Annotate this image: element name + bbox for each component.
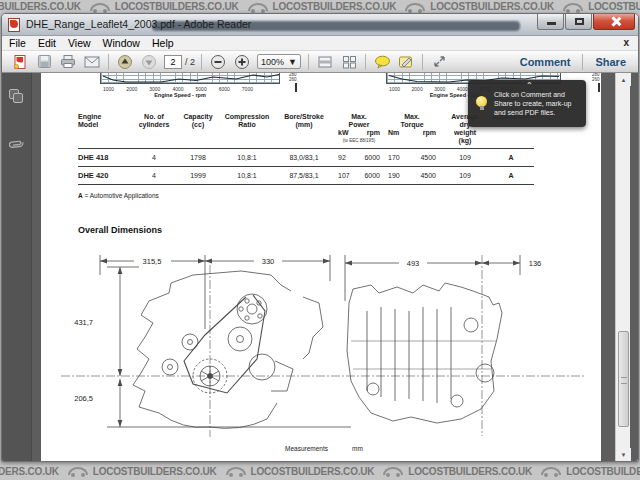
- locostbuilders-logo: [563, 3, 583, 11]
- menu-view[interactable]: View: [62, 37, 97, 49]
- scroll-up-button[interactable]: ▲: [616, 73, 631, 86]
- close-button[interactable]: [593, 14, 635, 30]
- dim-front-left: 315,5: [143, 257, 162, 266]
- pdf-page[interactable]: 1000200030004000500060007000 Engine Spee…: [41, 73, 601, 461]
- email-button[interactable]: [81, 53, 103, 71]
- rotated-axis-label: [598, 83, 600, 92]
- col-header-engine-model: EngineModel: [78, 113, 132, 145]
- title-bar[interactable]: DHE_Range_Leaflet4_2003.pdf - Adobe Read…: [2, 14, 638, 36]
- locostbuilders-logo: [90, 3, 110, 11]
- locostbuilders-logo: [68, 467, 88, 475]
- watermark-text: LOCOSTBUILDERS.CO.UK: [93, 466, 217, 477]
- toolbar-separator: [108, 54, 109, 70]
- comment-bubble-icon: [374, 55, 391, 69]
- page-thumbnails-button[interactable]: [9, 89, 25, 105]
- menu-help[interactable]: Help: [146, 37, 180, 49]
- table-header-row: EngineModel No. ofcylinders Capacity(cc)…: [78, 113, 534, 145]
- toolbar-separator: [422, 54, 423, 70]
- chart-right-y-labels: 280260: [592, 73, 600, 92]
- watermark-text: LOCOSTBUILDERS.CO.UK: [408, 466, 532, 477]
- watermark-unit: LOCOSTBUILDERS.CO.UK: [68, 466, 217, 477]
- minimize-icon: [547, 22, 556, 25]
- lightbulb-icon: [476, 96, 487, 107]
- page-view-button[interactable]: [338, 53, 360, 71]
- rotated-axis-label: [295, 83, 297, 92]
- multi-page-icon: [342, 55, 357, 69]
- open-icon: [12, 54, 28, 70]
- chart-left-y-labels: 280260: [289, 73, 297, 92]
- zoom-out-button[interactable]: [207, 53, 229, 71]
- caption-buttons: [536, 14, 635, 30]
- page-down-icon: [141, 54, 157, 70]
- measurements-label: Measurements: [285, 445, 328, 452]
- save-button[interactable]: [33, 53, 55, 71]
- fullscreen-button[interactable]: [428, 53, 450, 71]
- comment-bubble-button[interactable]: [371, 53, 393, 71]
- watermark-unit: LOCOSTBUILDERS.CO.UK: [563, 1, 640, 12]
- zoom-level-dropdown[interactable]: 100% ▼: [257, 54, 301, 69]
- chevron-down-icon: ▼: [288, 57, 297, 67]
- watermark-unit: LOCOSTBUILDERS.CO.UK: [541, 466, 640, 477]
- watermark-text: LOCOSTBUILDERS.CO.UK: [251, 466, 375, 477]
- vertical-scrollbar[interactable]: ▲ ▼: [615, 73, 630, 461]
- previous-page-button[interactable]: [114, 53, 136, 71]
- zoom-level-value: 100%: [261, 57, 284, 67]
- zoom-in-icon: [234, 54, 250, 70]
- toolbar-separator: [308, 54, 309, 70]
- share-panel-button[interactable]: Share: [583, 56, 638, 68]
- scrolling-mode-button[interactable]: [314, 53, 336, 71]
- watermark-unit: LOCOSTBUILDERS.CO.UK: [226, 466, 375, 477]
- markup-button[interactable]: [395, 53, 417, 71]
- dim-height-upper: 431,7: [74, 318, 93, 327]
- email-icon: [84, 56, 100, 68]
- expand-arrows-icon: [433, 55, 446, 68]
- col-header-max-power: Max.PowerkWrpm(to EEC 88/195): [334, 113, 384, 145]
- tooltip-text: and send PDF files.: [494, 108, 580, 117]
- scrollbar-thumb[interactable]: [618, 331, 629, 427]
- next-page-button[interactable]: [138, 53, 160, 71]
- toolbar: / 2 100% ▼: [2, 51, 638, 73]
- chart-left-x-label: Engine Speed - rpm: [115, 92, 245, 98]
- col-header-capacity: Capacity(cc): [176, 113, 220, 145]
- locostbuilders-logo: [226, 467, 246, 475]
- menu-file[interactable]: File: [2, 37, 32, 49]
- close-document-button[interactable]: x: [623, 37, 629, 48]
- adobe-reader-window: DHE_Range_Leaflet4_2003.pdf - Adobe Read…: [1, 13, 639, 462]
- comment-panel-button[interactable]: Comment: [508, 56, 583, 68]
- col-header-cylinders: No. ofcylinders: [132, 113, 176, 145]
- attachments-button[interactable]: [9, 135, 25, 151]
- scroll-down-button[interactable]: ▼: [616, 448, 631, 461]
- toolbar-separator: [201, 54, 202, 70]
- watermark-unit: LOCOSTBUILDERS.CO.UK: [248, 1, 397, 12]
- watermark-text: LOCOSTBUILDERS.CO.UK: [566, 466, 640, 477]
- print-button[interactable]: [57, 53, 79, 71]
- col-header-bore-stroke: Bore/Stroke(mm): [274, 113, 334, 145]
- col-header-max-torque: Max.TorqueNmrpm: [384, 113, 440, 145]
- watermark-text: LOCOSTBUILDERS.CO.UK: [430, 1, 554, 12]
- zoom-in-button[interactable]: [231, 53, 253, 71]
- zoom-out-icon: [210, 54, 226, 70]
- watermark-text: LOCOSTBUILDERS.CO.UK: [273, 1, 397, 12]
- table-rule: [78, 184, 534, 185]
- menu-edit[interactable]: Edit: [32, 37, 62, 49]
- minimize-button[interactable]: [537, 14, 564, 30]
- page-total-label: / 2: [185, 57, 195, 67]
- performance-chart-left: [100, 73, 280, 84]
- table-row: DHE 420 4 1999 10,8:1 87,5/83,1 1076000 …: [78, 167, 534, 184]
- watermark-text: LOCOSTBUILDERS.CO.UK: [0, 466, 59, 477]
- dim-side-main: 493: [407, 259, 420, 268]
- watermark-unit: LOCOSTBUILDERS.CO.UK: [0, 1, 81, 12]
- toolbar-right-group: Comment Share: [508, 51, 638, 72]
- watermark-unit: LOCOSTBUILDERS.CO.UK: [90, 1, 239, 12]
- dim-side-right: 136: [529, 259, 542, 268]
- close-icon: [611, 17, 620, 26]
- page-up-icon: [117, 54, 133, 70]
- menu-window[interactable]: Window: [97, 37, 146, 49]
- page-number-input[interactable]: [164, 55, 182, 69]
- watermark-unit: LOCOSTBUILDERS.CO.UK: [383, 466, 532, 477]
- save-icon: [37, 54, 52, 69]
- maximize-button[interactable]: [565, 14, 592, 30]
- print-icon: [60, 54, 76, 69]
- open-button[interactable]: [9, 53, 31, 71]
- watermark-text: LOCOSTBUILDERS.CO.UK: [0, 1, 81, 12]
